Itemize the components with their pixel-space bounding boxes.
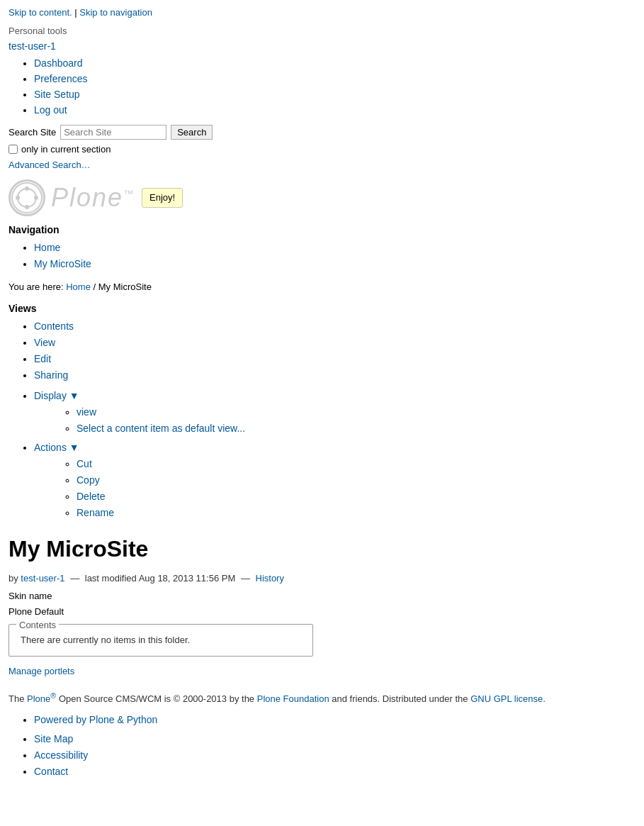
svg-point-2 [25, 186, 29, 191]
list-item: View [34, 335, 635, 350]
nav-microsite-link[interactable]: My MicroSite [34, 258, 91, 269]
list-item: Rename [77, 506, 635, 520]
list-item: Actions ▼ Cut Copy Delete Rename [34, 440, 635, 520]
byline: by test-user-1 — last modified Aug 18, 2… [9, 571, 635, 586]
search-button[interactable]: Search [171, 125, 213, 140]
plone-tm: ™ [123, 188, 135, 199]
skin-info: Skin name [9, 589, 635, 603]
footer-mid: Open Source CMS/WCM is © 2000-2013 by th… [59, 693, 254, 704]
views-list: Contents View Edit Sharing [9, 319, 635, 383]
actions-toggle: Actions ▼ [34, 440, 635, 455]
logo-area: Plone™ Enjoy! [9, 179, 635, 217]
views-contents-link[interactable]: Contents [34, 320, 74, 332]
dash-2: — [241, 573, 253, 584]
plone-link[interactable]: Plone® [27, 693, 56, 704]
personal-tools-label: Personal tools [9, 24, 635, 38]
breadcrumb-current: My MicroSite [98, 281, 152, 292]
only-section-label: only in current section [21, 143, 111, 157]
skip-links: Skip to content. | Skip to navigation [9, 6, 635, 20]
plone-logo-text: Plone™ [51, 179, 135, 217]
list-item: Powered by Plone & Python [34, 713, 635, 727]
list-item: view [77, 405, 635, 420]
display-triangle-icon: ▼ [69, 390, 79, 401]
list-item: Home [34, 240, 635, 255]
footer-end: and friends. Distributed under the [332, 693, 470, 704]
footer-text: The Plone® Open Source CMS/WCM is © 2000… [9, 690, 635, 706]
contents-empty-text: There are currently no items in this fol… [21, 633, 301, 647]
list-item: Preferences [34, 72, 635, 86]
views-label: Views [9, 301, 635, 316]
nav-home-link[interactable]: Home [34, 242, 60, 253]
manage-portlets-link[interactable]: Manage portlets [9, 666, 74, 676]
skin-label: Skin name [9, 591, 52, 601]
display-menu: Display ▼ view Select a content item as … [9, 389, 635, 436]
display-menu-link[interactable]: Display ▼ [34, 389, 79, 403]
list-item: Dashboard [34, 56, 635, 71]
footer-prefix: The [9, 693, 24, 704]
actions-delete-link[interactable]: Delete [77, 491, 105, 502]
list-item: Delete [77, 489, 635, 504]
only-section-row: only in current section [9, 143, 635, 157]
navigation-section: Navigation Home My MicroSite [9, 223, 635, 272]
preferences-link[interactable]: Preferences [34, 73, 87, 84]
dashboard-link[interactable]: Dashboard [34, 57, 83, 69]
views-edit-link[interactable]: Edit [34, 353, 51, 364]
accessibility-link[interactable]: Accessibility [34, 749, 88, 761]
breadcrumb-home-link[interactable]: Home [66, 281, 91, 292]
search-row: Search Site Search [9, 125, 635, 140]
display-view-link[interactable]: view [77, 406, 96, 418]
list-item: Edit [34, 352, 635, 367]
views-section: Views Contents View Edit Sharing Display… [9, 301, 635, 520]
list-item: Sharing [34, 368, 635, 383]
actions-copy-link[interactable]: Copy [77, 474, 100, 486]
personal-menu: Dashboard Preferences Site Setup Log out [9, 56, 635, 118]
author-link[interactable]: test-user-1 [21, 573, 64, 584]
advanced-search-link[interactable]: Advanced Search… [9, 158, 635, 172]
skip-to-navigation-link[interactable]: Skip to navigation [79, 7, 152, 18]
modified-date: Aug 18, 2013 11:56 PM [139, 573, 236, 584]
display-submenu: view Select a content item as default vi… [34, 405, 635, 436]
list-item: Site Setup [34, 87, 635, 102]
navigation-list: Home My MicroSite [9, 240, 635, 272]
by-label: by [9, 573, 18, 584]
footer-list: Powered by Plone & Python [9, 713, 635, 727]
svg-point-1 [18, 189, 36, 207]
gpl-link[interactable]: GNU GPL license [470, 693, 543, 704]
list-item: Cut [77, 457, 635, 471]
page-title: My MicroSite [9, 532, 635, 566]
personal-tools-section: Personal tools test-user-1 Dashboard Pre… [9, 24, 635, 118]
you-are-here-label: You are here: [9, 281, 64, 292]
skip-to-content-link[interactable]: Skip to content. [9, 7, 72, 18]
display-menu-list: Display ▼ view Select a content item as … [9, 389, 635, 436]
svg-point-5 [34, 196, 38, 200]
actions-cut-link[interactable]: Cut [77, 458, 92, 469]
actions-triangle-icon: ▼ [69, 442, 79, 453]
contents-box: Contents There are currently no items in… [9, 624, 313, 657]
contact-link[interactable]: Contact [34, 766, 68, 777]
history-link[interactable]: History [256, 573, 284, 584]
site-setup-link[interactable]: Site Setup [34, 89, 80, 100]
views-sharing-link[interactable]: Sharing [34, 369, 68, 381]
modified-label: last modified [85, 573, 137, 584]
actions-menu: Actions ▼ Cut Copy Delete Rename [9, 440, 635, 520]
contents-legend: Contents [16, 618, 59, 632]
list-item: My MicroSite [34, 257, 635, 272]
log-out-link[interactable]: Log out [34, 104, 67, 116]
plone-foundation-link[interactable]: Plone Foundation [257, 693, 329, 704]
only-section-checkbox[interactable] [9, 145, 18, 154]
svg-point-3 [25, 205, 29, 209]
list-item: Contact [34, 764, 635, 779]
search-label: Search Site [9, 125, 56, 140]
powered-by-link[interactable]: Powered by Plone & Python [34, 714, 157, 725]
site-map-link[interactable]: Site Map [34, 733, 73, 744]
actions-menu-link[interactable]: Actions ▼ [34, 440, 79, 455]
svg-point-4 [16, 196, 20, 200]
navigation-label: Navigation [9, 223, 635, 238]
actions-rename-link[interactable]: Rename [77, 507, 114, 518]
display-default-link[interactable]: Select a content item as default view... [77, 423, 245, 434]
plone-logo-circle [9, 179, 45, 216]
views-view-link[interactable]: View [34, 337, 55, 348]
search-input[interactable] [60, 125, 166, 140]
skip-separator: | [74, 7, 77, 18]
user-link[interactable]: test-user-1 [9, 39, 56, 54]
